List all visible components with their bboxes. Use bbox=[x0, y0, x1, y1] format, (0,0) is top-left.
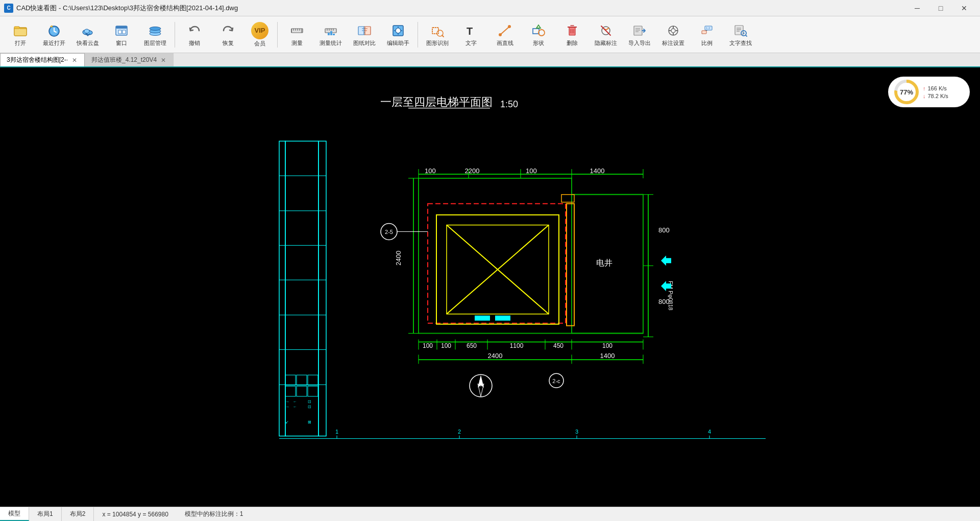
text-icon: T bbox=[463, 22, 479, 39]
hidemark-icon bbox=[598, 22, 614, 39]
tool-recent[interactable]: 最近打开 bbox=[38, 19, 70, 50]
layers-icon bbox=[147, 22, 163, 39]
dim-bot-5: 450 bbox=[553, 342, 564, 349]
undo-icon bbox=[186, 22, 203, 39]
tool-mark-settings-label: 标注设置 bbox=[662, 40, 684, 46]
svg-rect-130 bbox=[475, 316, 490, 321]
scale-display: 模型中的标注比例：1 bbox=[168, 510, 243, 518]
tool-edit-helper[interactable]: 编辑助手 bbox=[382, 19, 414, 50]
tab-layout2[interactable]: 布局2 bbox=[62, 507, 94, 521]
folder-icon bbox=[12, 22, 29, 39]
download-speed: ↓ 78.2 K/s bbox=[923, 93, 948, 99]
delete-icon bbox=[564, 22, 580, 39]
network-widget: 77% ↑ 166 K/s ↓ 78.2 K/s bbox=[888, 77, 970, 107]
tool-hide-mark[interactable]: 隐藏标注 bbox=[590, 19, 622, 50]
svg-point-15 bbox=[150, 27, 161, 30]
svg-text:⊠: ⊠ bbox=[308, 420, 311, 424]
tool-vip[interactable]: VIP 会员 bbox=[246, 19, 274, 50]
dim-top-left: 100 bbox=[425, 167, 436, 175]
close-button[interactable]: ✕ bbox=[952, 0, 976, 16]
network-percent: 77% bbox=[900, 88, 913, 96]
svg-rect-84 bbox=[0, 67, 980, 505]
tool-text[interactable]: T 文字 bbox=[455, 19, 487, 50]
svg-line-81 bbox=[746, 35, 747, 36]
tool-open-label: 打开 bbox=[15, 40, 26, 46]
tool-draw-line[interactable]: 画直线 bbox=[488, 19, 521, 50]
shape-icon bbox=[530, 22, 547, 39]
upload-speed: ↑ 166 K/s bbox=[923, 85, 948, 91]
tool-compare[interactable]: 图纸对比 bbox=[348, 19, 381, 50]
tab-1-close[interactable]: ✕ bbox=[71, 57, 78, 64]
tab-layout1[interactable]: 布局1 bbox=[29, 507, 62, 521]
tool-shape[interactable]: 形状 bbox=[522, 19, 555, 50]
canvas-area[interactable]: 一层至四层电梯平面图 1:50 → ← → ← ⊡ ⊡ ↙ ⊠ bbox=[0, 67, 980, 505]
dim-right-top: 800 bbox=[658, 227, 670, 234]
tool-compare-label: 图纸对比 bbox=[353, 40, 376, 46]
importexport-icon bbox=[631, 22, 648, 39]
tool-open[interactable]: 打开 bbox=[4, 19, 37, 50]
separator-1 bbox=[175, 22, 175, 48]
tool-vip-label: 会员 bbox=[254, 40, 265, 47]
dim-top-mid: 2200 bbox=[465, 167, 480, 175]
document-tabs: 3邦达宿舍楼结构图[2-· ✕ 邦达值班楼_4.12_t20V4 ✕ bbox=[0, 53, 980, 67]
svg-text:3: 3 bbox=[575, 429, 578, 435]
layout-tabs: 模型 布局1 布局2 bbox=[0, 507, 94, 521]
tool-redo[interactable]: 恢复 bbox=[212, 19, 244, 50]
tool-scale-label: 比例 bbox=[701, 40, 713, 46]
tool-measure[interactable]: 测量 bbox=[281, 19, 313, 50]
tool-measure-stat[interactable]: 测量统计 bbox=[314, 19, 347, 50]
tool-layers[interactable]: 图层管理 bbox=[139, 19, 172, 50]
tool-text-label: 文字 bbox=[465, 40, 477, 46]
tool-text-find[interactable]: 文字查找 bbox=[724, 19, 757, 50]
tool-layers-label: 图层管理 bbox=[144, 40, 166, 46]
svg-text:⊡: ⊡ bbox=[308, 405, 311, 409]
coordinates-display: x = 1004854 y = 566980 bbox=[94, 511, 168, 518]
network-circle: 77% bbox=[894, 80, 919, 104]
shaperecog-icon bbox=[429, 22, 446, 39]
network-speeds: ↑ 166 K/s ↓ 78.2 K/s bbox=[923, 85, 948, 99]
vip-badge: VIP bbox=[251, 22, 268, 39]
tab-1[interactable]: 3邦达宿舍楼结构图[2-· ✕ bbox=[0, 53, 85, 66]
svg-text:←: ← bbox=[293, 399, 297, 404]
svg-text:N: N bbox=[479, 379, 482, 384]
svg-rect-16 bbox=[291, 29, 303, 33]
dim-bot-4: 1100 bbox=[510, 342, 524, 349]
tool-delete[interactable]: 删除 bbox=[556, 19, 589, 50]
dim-left: 2400 bbox=[395, 251, 402, 266]
tool-window[interactable]: 窗口 bbox=[105, 19, 138, 50]
svg-rect-131 bbox=[495, 316, 510, 321]
tool-window-label: 窗口 bbox=[116, 40, 127, 46]
up-arrow: ↑ bbox=[923, 85, 926, 91]
tool-undo[interactable]: 撤销 bbox=[178, 19, 211, 50]
svg-rect-29 bbox=[330, 31, 332, 35]
tool-shape-label: 形状 bbox=[533, 40, 544, 46]
svg-rect-12 bbox=[122, 30, 126, 34]
svg-text:↙: ↙ bbox=[285, 420, 289, 424]
svg-rect-74 bbox=[702, 31, 706, 34]
tool-import-export[interactable]: 导入导出 bbox=[623, 19, 656, 50]
measurestat-icon bbox=[323, 22, 339, 39]
dim-bot-total1: 2400 bbox=[488, 352, 503, 360]
tool-scale[interactable]: 1:2 比例 bbox=[691, 19, 723, 50]
tab-2[interactable]: 邦达值班楼_4.12_t20V4 ✕ bbox=[85, 53, 174, 66]
svg-text:1:2: 1:2 bbox=[706, 27, 710, 30]
svg-rect-62 bbox=[634, 26, 642, 35]
tool-cloud[interactable]: 快看云盘 bbox=[71, 19, 104, 50]
drawing-scale: 1:50 bbox=[500, 99, 518, 109]
redo-icon bbox=[220, 22, 236, 39]
textfind-icon bbox=[732, 22, 749, 39]
minimize-button[interactable]: ─ bbox=[905, 0, 929, 16]
tool-shape-recog[interactable]: 图形识别 bbox=[421, 19, 454, 50]
tool-measure-stat-label: 测量统计 bbox=[320, 40, 342, 46]
maximize-button[interactable]: □ bbox=[929, 0, 952, 16]
tool-mark-settings[interactable]: 标注设置 bbox=[657, 19, 690, 50]
cad-drawing[interactable]: 一层至四层电梯平面图 1:50 → ← → ← ⊡ ⊡ ↙ ⊠ bbox=[0, 67, 980, 505]
edithelper-icon bbox=[390, 22, 406, 39]
tab-model[interactable]: 模型 bbox=[0, 507, 29, 521]
tab-2-close[interactable]: ✕ bbox=[160, 57, 167, 64]
dim-top-right1: 100 bbox=[526, 167, 537, 175]
compare-icon bbox=[356, 22, 373, 39]
svg-point-8 bbox=[84, 29, 89, 33]
dim-bot-6: 100 bbox=[602, 342, 612, 349]
svg-rect-10 bbox=[116, 26, 127, 29]
